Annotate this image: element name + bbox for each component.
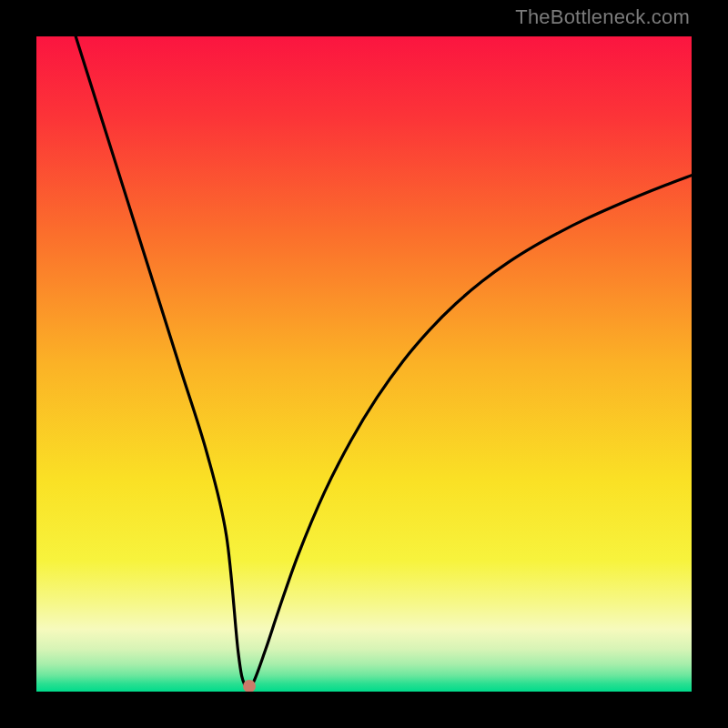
- bottleneck-curve: [76, 36, 692, 689]
- curve-layer: [36, 36, 692, 692]
- plot-area: [36, 36, 692, 692]
- watermark-text: TheBottleneck.com: [515, 5, 690, 29]
- optimum-marker-icon: [243, 680, 256, 692]
- chart-frame: TheBottleneck.com: [0, 0, 728, 728]
